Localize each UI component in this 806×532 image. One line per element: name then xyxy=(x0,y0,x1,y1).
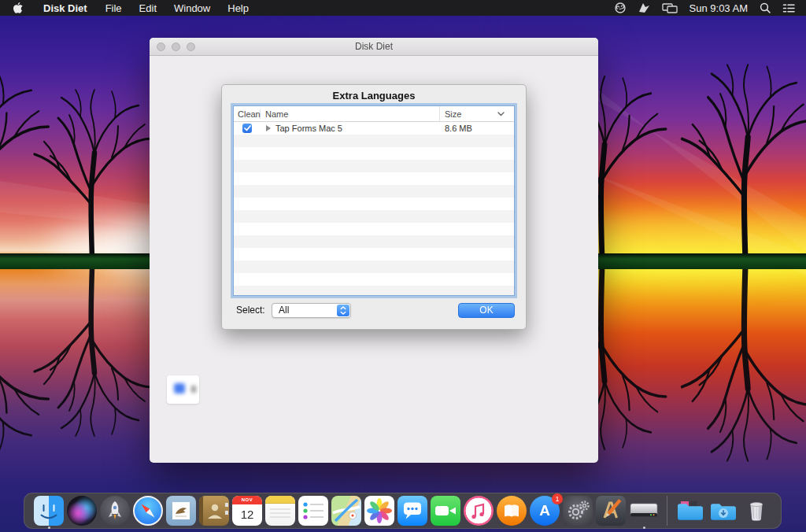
calendar-month-label: NOV xyxy=(232,496,262,504)
zoom-button[interactable] xyxy=(187,42,195,51)
close-button[interactable] xyxy=(157,42,165,51)
dock-icon-siri[interactable] xyxy=(67,496,97,529)
languages-table[interactable]: Clean Name Size xyxy=(233,105,515,296)
spotlight-search-icon[interactable] xyxy=(760,2,771,13)
dock-icon-trash[interactable] xyxy=(741,496,771,529)
menu-app-name[interactable]: Disk Diet xyxy=(34,2,97,14)
chevron-down-icon xyxy=(497,112,505,116)
disk-diet-window: Disk Diet Extra Languages Clean Name Siz… xyxy=(150,38,598,463)
calendar-day-label: 12 xyxy=(232,504,262,526)
dock-icon-calendar[interactable]: NOV 12 xyxy=(232,496,262,529)
dialog-title: Extra Languages xyxy=(222,90,526,102)
dock-icon-launchpad[interactable] xyxy=(100,496,130,529)
running-indicator xyxy=(48,526,50,529)
row-size: 8.6 MB xyxy=(440,124,514,133)
dock-icon-mail[interactable] xyxy=(166,496,196,529)
checkmark-icon xyxy=(244,125,251,131)
dock-icon-reminders[interactable] xyxy=(298,496,328,529)
desktop: Disk Diet File Edit Window Help Sun 9:03… xyxy=(0,0,806,532)
stepper-icon[interactable] xyxy=(337,305,349,316)
running-indicator xyxy=(643,526,645,529)
dock-icon-notes[interactable] xyxy=(265,496,295,529)
menu-window[interactable]: Window xyxy=(165,2,219,14)
app-store-badge: 1 xyxy=(552,493,563,504)
dock-icon-maps[interactable] xyxy=(331,496,361,529)
extra-languages-dialog: Extra Languages Clean Name Size xyxy=(221,84,527,330)
dock-icon-ibooks[interactable] xyxy=(497,496,527,529)
ok-button[interactable]: OK xyxy=(458,303,515,318)
select-dropdown[interactable]: All xyxy=(272,303,351,318)
table-header[interactable]: Clean Name Size xyxy=(234,106,514,122)
column-header-name[interactable]: Name xyxy=(261,106,440,121)
select-label: Select: xyxy=(236,303,265,318)
dock-icon-itunes[interactable] xyxy=(464,496,494,529)
creative-cloud-icon[interactable] xyxy=(614,2,627,13)
menu-file[interactable]: File xyxy=(97,2,131,14)
dock-icon-design-utility[interactable] xyxy=(596,496,626,529)
dock-icon-downloads-folder[interactable] xyxy=(708,496,738,529)
dock-icon-disk-diet-drive[interactable] xyxy=(629,496,659,529)
menu-bar: Disk Diet File Edit Window Help Sun 9:03… xyxy=(0,0,806,16)
table-row[interactable]: Tap Forms Mac 5 8.6 MB xyxy=(234,122,514,135)
menu-help[interactable]: Help xyxy=(219,2,257,14)
clean-checkbox[interactable] xyxy=(242,124,252,133)
pointer-icon[interactable] xyxy=(638,2,650,13)
dock-icon-finder[interactable] xyxy=(34,496,64,529)
blurred-ui-artifact xyxy=(167,375,199,404)
dock-icon-facetime[interactable] xyxy=(431,496,460,529)
window-title: Disk Diet xyxy=(150,41,598,52)
apple-menu-icon[interactable] xyxy=(0,2,34,14)
displays-icon[interactable] xyxy=(662,2,678,14)
table-body[interactable]: Tap Forms Mac 5 8.6 MB xyxy=(234,122,514,295)
menu-edit[interactable]: Edit xyxy=(131,2,165,14)
dock-divider xyxy=(667,496,667,526)
dock-icon-photos[interactable] xyxy=(364,496,394,529)
select-value: All xyxy=(279,304,289,317)
menu-clock[interactable]: Sun 9:03 AM xyxy=(690,2,748,14)
column-header-clean[interactable]: Clean xyxy=(234,109,261,119)
window-titlebar[interactable]: Disk Diet xyxy=(150,38,598,56)
dock-icon-messages[interactable] xyxy=(397,496,427,529)
dock-icon-system-preferences[interactable] xyxy=(563,496,593,529)
dock-icon-contacts[interactable] xyxy=(199,496,229,529)
column-header-size[interactable]: Size xyxy=(440,109,514,119)
notification-center-icon[interactable] xyxy=(782,3,795,13)
row-name: Tap Forms Mac 5 xyxy=(275,124,342,133)
dock-icon-app-store[interactable]: 1 A xyxy=(530,496,560,529)
dock-icon-safari[interactable] xyxy=(133,496,163,529)
disclosure-triangle-icon[interactable] xyxy=(266,125,271,131)
dock: NOV 12 xyxy=(24,493,782,529)
dock-icon-documents-folder[interactable] xyxy=(675,496,705,529)
minimize-button[interactable] xyxy=(172,42,180,51)
